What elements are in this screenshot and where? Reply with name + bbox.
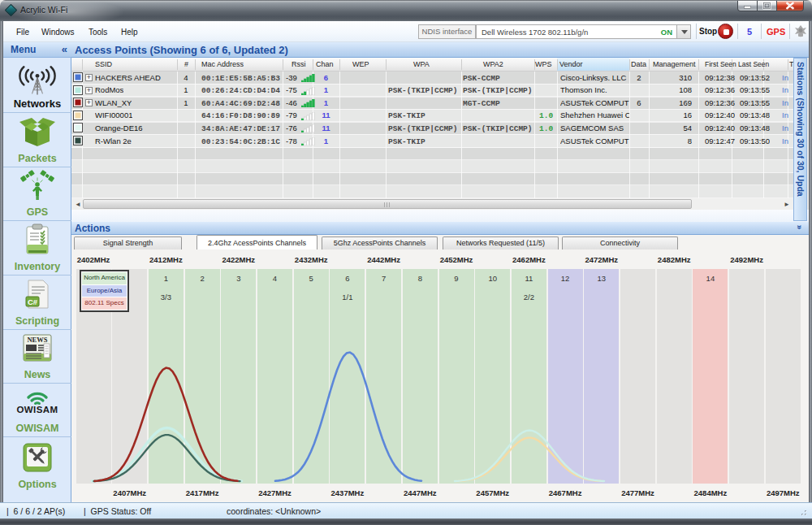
svg-text:OWISAM: OWISAM xyxy=(17,405,58,414)
svg-text:C#: C# xyxy=(28,297,38,306)
svg-text:NEWS: NEWS xyxy=(27,336,47,344)
